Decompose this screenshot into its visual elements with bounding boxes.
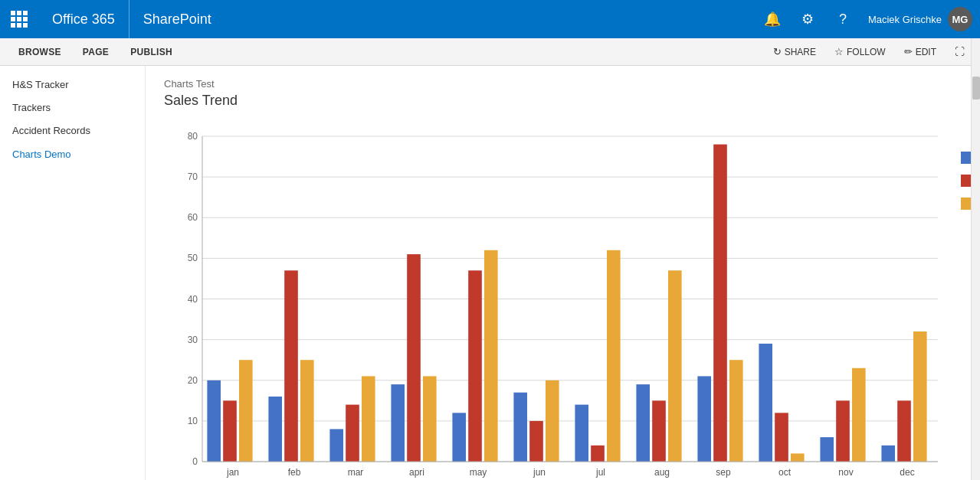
svg-text:mar: mar [348, 467, 364, 478]
user-name: Maciek Grischke [868, 14, 942, 25]
sidebar-item-accident-records[interactable]: Accident Records [0, 119, 145, 142]
svg-rect-42 [575, 405, 588, 462]
svg-rect-50 [697, 376, 711, 462]
svg-text:jun: jun [533, 467, 546, 478]
svg-rect-32 [423, 376, 437, 462]
svg-text:10: 10 [188, 416, 198, 426]
section-title: Charts Test [164, 78, 962, 90]
svg-text:40: 40 [188, 294, 198, 305]
svg-text:jul: jul [595, 467, 605, 478]
svg-text:20: 20 [188, 375, 198, 386]
sidebar: H&S Tracker Trackers Accident Records Ch… [0, 66, 146, 480]
edit-icon: ✏ [904, 46, 913, 57]
svg-rect-34 [452, 413, 466, 462]
svg-rect-43 [591, 446, 605, 462]
svg-text:60: 60 [188, 212, 198, 223]
svg-text:nov: nov [838, 467, 853, 478]
bar-chart: 01020304050607080janfebmaraprimayjunjula… [164, 121, 946, 480]
svg-rect-54 [759, 344, 772, 462]
notification-button[interactable]: 🔔 [755, 0, 790, 38]
svg-rect-38 [513, 393, 527, 462]
svg-rect-35 [468, 270, 482, 462]
help-button[interactable]: ? [825, 0, 860, 38]
svg-text:dec: dec [900, 467, 914, 478]
settings-button[interactable]: ⚙ [790, 0, 825, 38]
svg-text:70: 70 [188, 171, 198, 182]
svg-rect-39 [529, 421, 543, 462]
sidebar-item-trackers[interactable]: Trackers [0, 96, 145, 119]
sidebar-item-hs-tracker[interactable]: H&S Tracker [0, 73, 145, 96]
svg-text:80: 80 [188, 131, 198, 142]
svg-rect-40 [546, 380, 559, 462]
svg-rect-26 [329, 429, 343, 462]
scrollbar-thumb[interactable] [972, 77, 980, 100]
svg-rect-62 [881, 446, 895, 462]
edit-label: EDIT [916, 47, 936, 57]
svg-rect-63 [897, 400, 911, 462]
follow-button[interactable]: ☆ FOLLOW [827, 41, 893, 63]
avatar: MG [948, 7, 972, 31]
share-button[interactable]: ↻ SHARE [765, 41, 824, 63]
edit-button[interactable]: ✏ EDIT [896, 41, 944, 63]
svg-rect-44 [607, 250, 621, 462]
share-icon: ↻ [773, 46, 782, 57]
ribbon-tab-publish[interactable]: PUBLISH [120, 38, 183, 66]
nav-icons: 🔔 ⚙ ? [755, 0, 860, 38]
user-area[interactable]: Maciek Grischke MG [860, 0, 980, 38]
svg-text:feb: feb [288, 467, 301, 478]
svg-rect-31 [407, 254, 421, 462]
svg-text:30: 30 [188, 335, 198, 345]
svg-text:50: 50 [188, 253, 198, 263]
top-navigation: Office 365 SharePoint 🔔 ⚙ ? Maciek Grisc… [0, 0, 980, 38]
main-layout: H&S Tracker Trackers Accident Records Ch… [0, 66, 980, 480]
ribbon-tab-page[interactable]: PAGE [72, 38, 120, 66]
svg-rect-51 [713, 145, 727, 462]
svg-text:0: 0 [192, 456, 198, 467]
svg-text:sep: sep [716, 467, 731, 478]
svg-rect-64 [913, 331, 927, 462]
svg-rect-48 [668, 270, 682, 462]
chart-wrap: 01020304050607080janfebmaraprimayjunjula… [164, 121, 946, 480]
svg-rect-47 [652, 400, 666, 462]
svg-rect-60 [852, 368, 866, 462]
follow-label: FOLLOW [847, 47, 886, 57]
app-title[interactable]: Office 365 [38, 0, 129, 38]
svg-rect-28 [362, 376, 375, 462]
svg-text:apri: apri [409, 467, 424, 478]
svg-rect-24 [300, 360, 314, 462]
svg-rect-55 [775, 413, 788, 462]
chart-container: 01020304050607080janfebmaraprimayjunjula… [164, 121, 962, 480]
svg-rect-20 [239, 360, 253, 462]
svg-rect-23 [284, 270, 298, 462]
svg-rect-22 [268, 397, 282, 462]
share-label: SHARE [785, 47, 816, 57]
svg-rect-19 [223, 400, 237, 462]
svg-rect-59 [836, 400, 850, 462]
sidebar-item-charts-demo[interactable]: Charts Demo [0, 143, 145, 166]
svg-rect-30 [391, 384, 405, 462]
svg-text:oct: oct [778, 467, 792, 478]
svg-rect-27 [346, 405, 359, 462]
svg-text:jan: jan [226, 467, 239, 478]
waffle-menu-button[interactable] [0, 0, 38, 38]
fullscreen-icon: ⛶ [955, 46, 965, 57]
svg-rect-36 [484, 250, 498, 462]
ribbon: BROWSE PAGE PUBLISH ↻ SHARE ☆ FOLLOW ✏ E… [0, 38, 980, 66]
svg-rect-18 [207, 380, 221, 462]
site-title[interactable]: SharePoint [129, 11, 755, 28]
chart-title: Sales Trend [164, 93, 962, 109]
ribbon-actions: ↻ SHARE ☆ FOLLOW ✏ EDIT ⛶ [765, 41, 972, 63]
fullscreen-button[interactable]: ⛶ [947, 41, 972, 63]
content-header: Charts Test Sales Trend [164, 78, 962, 109]
waffle-icon [11, 11, 28, 28]
scrollbar-track[interactable] [971, 0, 980, 480]
svg-rect-58 [820, 437, 834, 462]
svg-rect-52 [729, 360, 743, 462]
content-area: Charts Test Sales Trend 0102030405060708… [146, 66, 980, 480]
ribbon-tab-browse[interactable]: BROWSE [8, 38, 72, 66]
follow-icon: ☆ [834, 46, 844, 57]
svg-rect-46 [636, 384, 650, 462]
chart-svg-wrap: 01020304050607080janfebmaraprimayjunjula… [164, 121, 946, 480]
svg-text:may: may [470, 467, 487, 478]
svg-rect-56 [791, 453, 805, 462]
